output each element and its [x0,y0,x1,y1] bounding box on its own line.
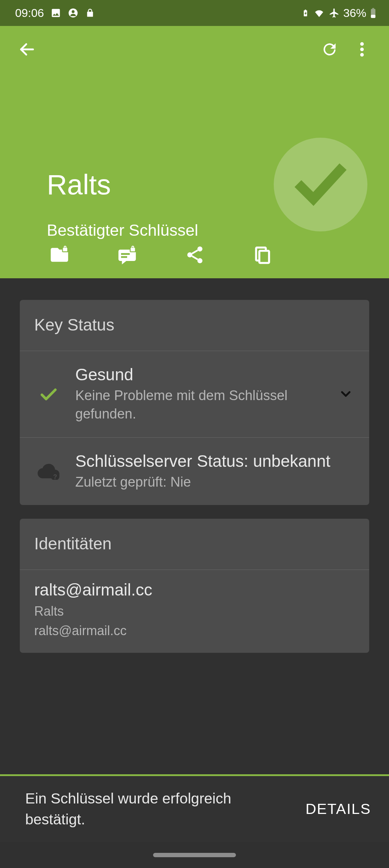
svg-point-15 [197,258,202,263]
chevron-down-icon [333,386,358,402]
keyserver-status-title: Schlüsselserver Status: unbekannt [75,451,355,471]
status-left: 09:06 [15,6,95,20]
header-content: Ralts Bestätigter Schlüssel [47,168,198,240]
svg-point-14 [187,252,192,257]
svg-rect-16 [259,251,269,263]
refresh-button[interactable] [313,33,346,66]
toolbar [0,26,389,73]
keyserver-status-row[interactable]: ? Schlüsselserver Status: unbekannt Zule… [20,438,369,505]
identities-card: Identitäten ralts@airmail.cc Ralts ralts… [20,519,369,653]
encrypt-file-button[interactable] [47,242,72,267]
svg-point-8 [360,53,364,57]
battery-saver-icon [301,8,309,18]
snackbar-message: Ein Schlüssel wurde erfolgreich bestätig… [25,788,295,830]
svg-rect-3 [372,8,374,9]
wifi-icon [313,8,325,18]
identity-name: Ralts [34,602,355,621]
svg-point-7 [360,48,364,51]
svg-point-1 [72,10,75,13]
svg-rect-4 [371,15,376,18]
back-button[interactable] [11,33,43,66]
status-right: 36% [301,6,376,20]
header-actions [47,242,275,267]
key-health-subtitle: Keine Probleme mit dem Schlüssel gefunde… [75,386,330,424]
identity-primary: ralts@airmail.cc [34,580,355,599]
svg-point-13 [197,247,202,252]
airplane-icon [329,8,340,18]
identity-row[interactable]: ralts@airmail.cc Ralts ralts@airmail.cc [20,570,369,653]
battery-icon [370,8,376,18]
svg-rect-10 [121,253,130,255]
verified-badge [274,138,367,231]
lock-icon [85,8,95,18]
snackbar: Ein Schlüssel wurde erfolgreich bestätig… [0,774,389,842]
status-time: 09:06 [15,6,44,20]
check-icon [31,384,67,404]
overflow-menu-button[interactable] [346,33,378,66]
identity-email: ralts@airmail.cc [34,621,355,641]
snackbar-action-button[interactable]: DETAILS [305,801,371,818]
encrypt-message-button[interactable] [115,242,140,267]
person-icon [68,8,79,18]
home-gesture-pill[interactable] [153,853,236,857]
android-navigation-bar [0,842,389,868]
key-health-title: Gesund [75,365,330,384]
key-status-header: Key Status [20,300,369,351]
svg-text:?: ? [53,473,57,480]
copy-button[interactable] [250,242,275,267]
battery-percent: 36% [343,6,366,20]
identities-header: Identitäten [20,519,369,570]
key-status-subtitle: Bestätigter Schlüssel [47,221,198,240]
content-area: Key Status Gesund Keine Probleme mit dem… [0,278,389,653]
android-status-bar: 09:06 36% [0,0,389,26]
app-header: Ralts Bestätigter Schlüssel [0,26,389,278]
keyserver-status-subtitle: Zuletzt geprüft: Nie [75,473,355,491]
share-button[interactable] [182,242,207,267]
svg-rect-11 [121,256,127,258]
key-health-row[interactable]: Gesund Keine Probleme mit dem Schlüssel … [20,351,369,438]
key-name-title: Ralts [47,168,198,201]
svg-point-6 [360,42,364,46]
key-status-card: Key Status Gesund Keine Probleme mit dem… [20,300,369,505]
image-icon [50,8,61,18]
cloud-unknown-icon: ? [31,462,67,480]
